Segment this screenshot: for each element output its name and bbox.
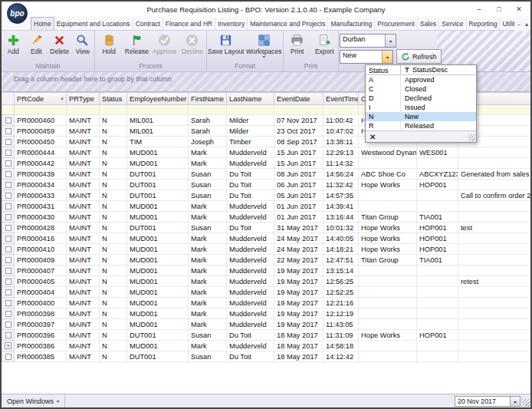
column-header-lastname[interactable]: LastName: [227, 93, 274, 105]
tab-procurement[interactable]: Procurement: [375, 17, 418, 30]
refresh-button[interactable]: Refresh: [396, 49, 442, 64]
filter-option-new[interactable]: NNew: [366, 112, 476, 121]
row-selector-icon[interactable]: [5, 236, 11, 242]
filter-column-statusdesc[interactable]: StatusDesc: [401, 65, 476, 74]
table-row[interactable]: PR0000431MAINTNMUD001MarkMudderveld01 Ju…: [2, 201, 531, 212]
row-selector-icon[interactable]: [5, 203, 11, 209]
row-selector-icon[interactable]: [5, 332, 11, 338]
row-selector-icon[interactable]: [5, 322, 11, 328]
column-header-employeenumber[interactable]: EmployeeNumber: [127, 93, 189, 105]
filter-option-released[interactable]: RReleased: [366, 121, 476, 130]
column-header-status[interactable]: Status: [100, 93, 127, 105]
clear-filter-button[interactable]: ✕: [369, 133, 376, 141]
table-row[interactable]: PR0000409MAINTNMUD001MarkMudderveld22 Ma…: [2, 255, 531, 266]
tab-finance-and-hr[interactable]: Finance and HR: [163, 17, 215, 30]
row-selector-icon[interactable]: [5, 289, 11, 295]
close-button[interactable]: ✕: [509, 2, 529, 17]
open-windows-button[interactable]: Open Windows ▾: [2, 394, 65, 407]
tab-manufacturing[interactable]: Manufacturing: [328, 17, 375, 30]
date-picker[interactable]: 20 Nov 2017 ▾: [455, 396, 521, 407]
export-button[interactable]: Export: [311, 32, 339, 56]
tab-service[interactable]: Service: [439, 17, 466, 30]
tab-inventory[interactable]: Inventory: [215, 17, 248, 30]
chevron-down-icon[interactable]: ▾: [385, 35, 396, 47]
tab-equipment-and-locations[interactable]: Equipment and Locations: [54, 17, 133, 30]
row-selector-icon[interactable]: [5, 214, 11, 220]
delete-button[interactable]: Delete: [48, 32, 71, 56]
filter-cell-prtype[interactable]: [67, 105, 100, 115]
maximize-button[interactable]: □: [489, 2, 509, 17]
table-row[interactable]: PR0000416MAINTNMUD001MarkMudderveld24 Ma…: [2, 233, 531, 244]
row-selector-icon[interactable]: [5, 150, 11, 156]
row-selector-icon[interactable]: [5, 193, 11, 199]
table-row[interactable]: PR0000398MAINTNMUD001MarkMudderveld19 Ma…: [2, 308, 531, 319]
view-button[interactable]: View: [71, 32, 94, 56]
print-button[interactable]: Print: [284, 32, 311, 56]
row-selector-icon[interactable]: [5, 257, 11, 263]
status-filter-combobox[interactable]: New ▾: [340, 50, 393, 64]
table-row[interactable]: PR0000433MAINTNDUT001SusanDu Toit05 Jun …: [2, 190, 531, 201]
save-layout-button[interactable]: Save Layout: [207, 32, 245, 56]
table-row[interactable]: PR0000405MAINTNMUD001MarkMudderveld19 Ma…: [2, 276, 531, 287]
collapse-ribbon-icon[interactable]: ▴: [525, 21, 528, 28]
expand-row-icon[interactable]: +: [5, 342, 11, 349]
row-selector-icon[interactable]: [5, 300, 11, 306]
row-selector-icon[interactable]: [5, 268, 11, 274]
column-header-firstname[interactable]: FirstName: [189, 93, 227, 105]
row-selector-icon[interactable]: [5, 246, 11, 252]
column-header-prtype[interactable]: PRType: [67, 93, 100, 105]
filter-cell-prcode[interactable]: [15, 105, 67, 115]
filter-option-closed[interactable]: CClosed: [366, 84, 476, 94]
row-selector-icon[interactable]: [5, 354, 11, 360]
filter-cell-etime[interactable]: [323, 105, 359, 115]
edit-button[interactable]: Edit: [25, 32, 48, 56]
table-row[interactable]: PR0000404MAINTNMUD001MarkMudderveld19 Ma…: [2, 287, 531, 298]
window-resize-grip[interactable]: [522, 399, 530, 407]
row-selector-icon[interactable]: [5, 225, 11, 231]
minimize-button[interactable]: –: [469, 2, 489, 17]
table-row[interactable]: PR0000385MAINTNDUT001SusanDu Toit18 May …: [2, 351, 531, 362]
row-selector-icon[interactable]: [5, 139, 11, 145]
tab-reporting[interactable]: Reporting: [467, 17, 501, 30]
column-header-eventdate[interactable]: EventDate: [274, 93, 323, 105]
filter-cell-last[interactable]: [227, 105, 274, 115]
workspaces-button[interactable]: Workspaces▾: [245, 32, 284, 59]
filter-cell-first[interactable]: [189, 105, 227, 115]
chevron-down-icon[interactable]: ▾: [510, 397, 520, 406]
minimize-ribbon-icon[interactable]: –: [517, 21, 521, 28]
tab-home[interactable]: Home: [31, 17, 54, 30]
table-row[interactable]: PR0000428MAINTNDUT001SusanDu Toit31 May …: [2, 223, 531, 233]
release-button[interactable]: Release: [123, 32, 150, 56]
filter-cell-status[interactable]: [100, 105, 127, 115]
row-selector-icon[interactable]: [5, 311, 11, 317]
filter-cell-emp[interactable]: [127, 105, 189, 115]
filter-column-status[interactable]: Status: [366, 65, 401, 74]
table-row[interactable]: PR0000407MAINTNMUD001MarkMudderveld19 Ma…: [2, 266, 531, 276]
row-selector-icon[interactable]: [5, 128, 11, 134]
filter-option-approved[interactable]: AApproved: [366, 75, 476, 84]
tab-contract[interactable]: Contract: [133, 17, 163, 30]
table-row[interactable]: PR0000442MAINTNMUD001MarkMudderveld15 Ju…: [2, 158, 531, 169]
table-row[interactable]: PR0000397MAINTNMUD001MarkMudderveld19 Ma…: [2, 319, 531, 330]
table-row[interactable]: +PR0000386MAINTNMUD001MarkMudderveld18 M…: [2, 341, 531, 351]
row-selector-icon[interactable]: [5, 279, 11, 285]
table-row[interactable]: PR0000439MAINTNDUT001SusanDu Toit08 Jun …: [2, 169, 531, 180]
column-header-prcode[interactable]: PRCode▼: [15, 93, 67, 105]
filter-option-issued[interactable]: IIssued: [366, 103, 476, 112]
row-selector-icon[interactable]: [5, 182, 11, 188]
row-selector-icon[interactable]: [5, 160, 11, 167]
add-button[interactable]: Add: [2, 32, 25, 56]
hold-button[interactable]: Hold: [95, 32, 123, 56]
popup-resize-grip[interactable]: [468, 134, 475, 141]
chevron-down-icon[interactable]: ▾: [382, 51, 392, 63]
tab-maintenance-and-projects[interactable]: Maintenance and Projects: [248, 17, 328, 30]
filter-option-declined[interactable]: DDeclined: [366, 94, 476, 103]
row-selector-icon[interactable]: [5, 117, 11, 124]
column-header-eventtime[interactable]: EventTime: [323, 93, 359, 105]
table-row[interactable]: PR0000430MAINTNMUD001MarkMudderveld01 Ju…: [2, 212, 531, 223]
table-row[interactable]: PR0000400MAINTNMUD001MarkMudderveld19 Ma…: [2, 298, 531, 308]
filter-cell-edate[interactable]: [274, 105, 323, 115]
site-combobox[interactable]: Durban ▾: [340, 34, 396, 48]
table-row[interactable]: PR0000396MAINTNDUT001SusanDu Toit18 May …: [2, 330, 531, 341]
table-row[interactable]: PR0000444MAINTNMUD001MarkMudderveld15 Ju…: [2, 147, 531, 158]
